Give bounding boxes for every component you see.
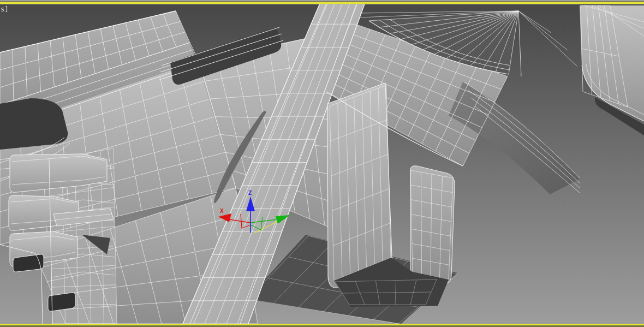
application-window: Z X s] [0, 0, 644, 327]
viewport-canvas[interactable]: Z X [0, 4, 644, 324]
viewport-3d[interactable]: Z X s] [0, 4, 644, 324]
gizmo-x-axis-label: X [220, 208, 224, 214]
gizmo-z-axis-label: Z [248, 190, 252, 196]
model-wireframe[interactable] [0, 4, 644, 324]
viewport-label[interactable]: s] [1, 5, 8, 13]
